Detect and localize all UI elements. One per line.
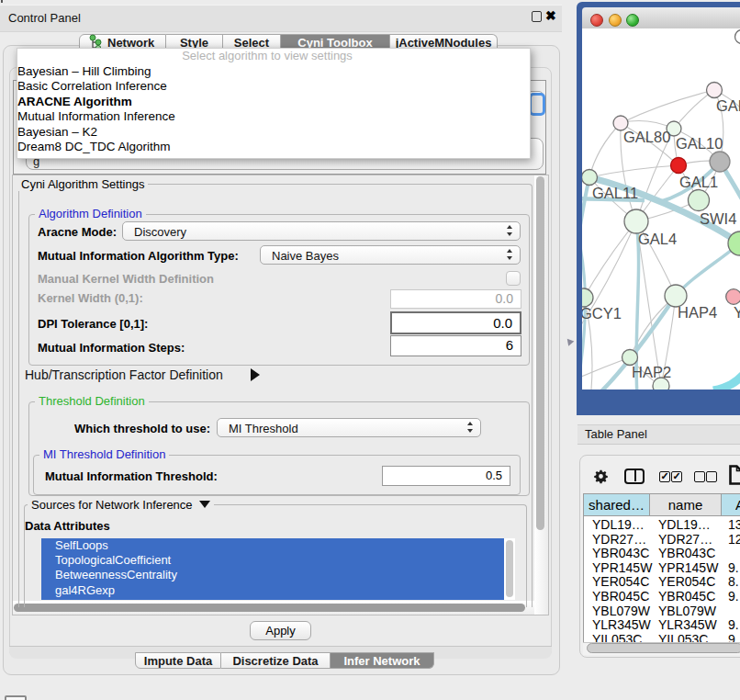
svg-text:HAP2: HAP2 (632, 364, 671, 380)
svg-text:HAP4: HAP4 (678, 304, 717, 321)
svg-text:Y: Y (734, 304, 740, 321)
svg-text:GAL1: GAL1 (679, 174, 718, 190)
svg-text:GAL80: GAL80 (623, 129, 670, 145)
svg-text:GCY1: GCY1 (582, 305, 622, 322)
svg-text:GAL4: GAL4 (638, 231, 677, 247)
svg-text:GAL11: GAL11 (592, 185, 638, 201)
svg-text:GAL7: GAL7 (716, 97, 740, 114)
svg-text:SWI4: SWI4 (700, 210, 736, 227)
svg-text:GAL10: GAL10 (676, 135, 723, 152)
